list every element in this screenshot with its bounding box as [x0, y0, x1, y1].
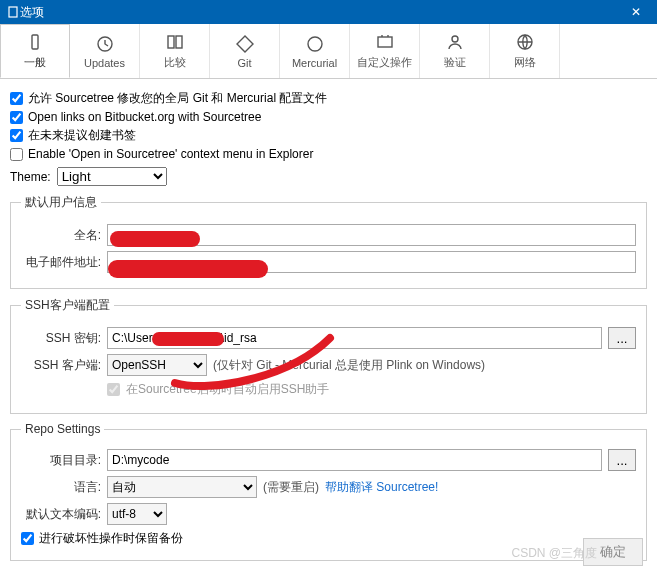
tab-network[interactable]: 网络 [490, 24, 560, 78]
git-icon [235, 34, 255, 54]
ssh-fieldset: SSH客户端配置 SSH 密钥:... SSH 客户端:OpenSSH(仅针对 … [10, 297, 647, 414]
svg-point-5 [308, 37, 322, 51]
ssh-key-browse-button[interactable]: ... [608, 327, 636, 349]
ssh-hint: (仅针对 Git - Mercurial 总是使用 Plink on Windo… [213, 357, 485, 374]
theme-select[interactable]: Light [57, 167, 167, 186]
close-icon[interactable]: ✕ [621, 5, 651, 19]
updates-icon [95, 34, 115, 54]
svg-rect-4 [176, 36, 182, 48]
content-pane: 允许 Sourcetree 修改您的全局 Git 和 Mercurial 配置文… [0, 79, 657, 574]
check-open-links[interactable] [10, 111, 23, 124]
user-legend: 默认用户信息 [21, 194, 101, 211]
ssh-client-select[interactable]: OpenSSH [107, 354, 207, 376]
repo-dir-label: 项目目录: [21, 452, 101, 469]
tab-diff[interactable]: 比较 [140, 24, 210, 78]
theme-label: Theme: [10, 170, 51, 184]
repo-dir-browse-button[interactable]: ... [608, 449, 636, 471]
ssh-auto-label: 在Sourcetree启动时自动启用SSH助手 [126, 381, 329, 398]
encoding-label: 默认文本编码: [21, 506, 101, 523]
tab-git[interactable]: Git [210, 24, 280, 78]
check-context-menu[interactable] [10, 148, 23, 161]
tab-updates[interactable]: Updates [70, 24, 140, 78]
ssh-legend: SSH客户端配置 [21, 297, 114, 314]
svg-rect-0 [9, 7, 17, 17]
check-allow-modify[interactable] [10, 92, 23, 105]
auth-icon [445, 32, 465, 52]
fullname-label: 全名: [21, 227, 101, 244]
lang-label: 语言: [21, 479, 101, 496]
network-icon [515, 32, 535, 52]
tabstrip: 一般 Updates 比较 Git Mercurial 自定义操作 验证 网络 [0, 24, 657, 79]
help-translate-link[interactable]: 帮助翻译 Sourcetree! [325, 479, 438, 496]
email-label: 电子邮件地址: [21, 254, 101, 271]
svg-rect-1 [32, 35, 38, 49]
lang-select[interactable]: 自动 [107, 476, 257, 498]
check-suggest-bookmark[interactable] [10, 129, 23, 142]
ssh-client-label: SSH 客户端: [21, 357, 101, 374]
ssh-key-label: SSH 密钥: [21, 330, 101, 347]
ssh-key-input[interactable] [107, 327, 602, 349]
repo-dir-input[interactable] [107, 449, 602, 471]
window-title: 选项 [20, 4, 621, 21]
tab-general[interactable]: 一般 [0, 24, 70, 78]
app-icon [6, 5, 20, 19]
restart-hint: (需要重启) [263, 479, 319, 496]
email-input[interactable] [107, 251, 636, 273]
svg-rect-3 [168, 36, 174, 48]
fullname-input[interactable] [107, 224, 636, 246]
svg-rect-6 [378, 37, 392, 47]
svg-point-7 [452, 36, 458, 42]
watermark: CSDN @三角度 [511, 545, 597, 562]
user-fieldset: 默认用户信息 全名: 电子邮件地址: [10, 194, 647, 289]
tab-mercurial[interactable]: Mercurial [280, 24, 350, 78]
diff-icon [165, 32, 185, 52]
tab-auth[interactable]: 验证 [420, 24, 490, 78]
tab-custom[interactable]: 自定义操作 [350, 24, 420, 78]
backup-check[interactable] [21, 532, 34, 545]
titlebar: 选项 ✕ [0, 0, 657, 24]
ssh-auto-check [107, 383, 120, 396]
general-icon [25, 32, 45, 52]
encoding-select[interactable]: utf-8 [107, 503, 167, 525]
mercurial-icon [305, 34, 325, 54]
repo-fieldset: Repo Settings 项目目录:... 语言:自动(需要重启) 帮助翻译 … [10, 422, 647, 561]
repo-legend: Repo Settings [21, 422, 104, 436]
custom-icon [375, 32, 395, 52]
